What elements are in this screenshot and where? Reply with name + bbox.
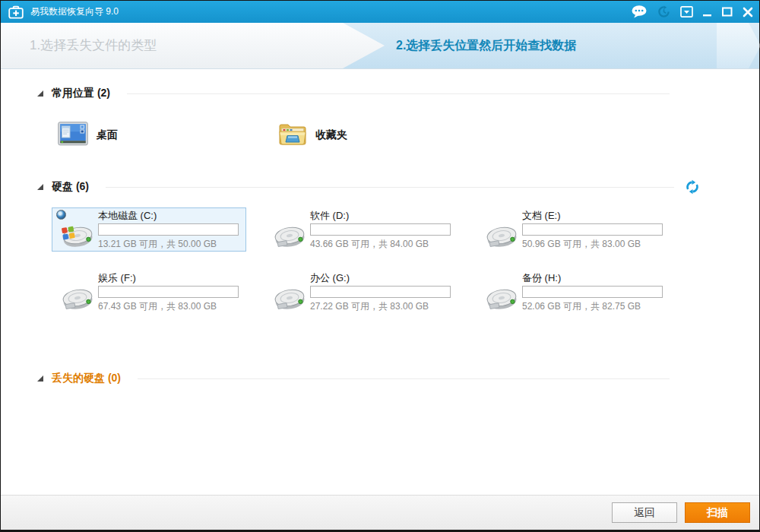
- desktop-icon: [58, 122, 88, 149]
- menu-dropdown-icon[interactable]: [680, 6, 693, 17]
- section-divider: [127, 93, 670, 94]
- desktop-item[interactable]: 桌面: [58, 122, 278, 149]
- collapse-triangle-icon[interactable]: [37, 90, 43, 97]
- step-2-label: 2.选择丢失位置然后开始查找数据: [396, 23, 576, 68]
- hard-disk-icon: [269, 272, 310, 313]
- feedback-icon[interactable]: [631, 5, 648, 19]
- scan-button[interactable]: 扫描: [685, 502, 750, 523]
- disk-info: 50.96 GB 可用，共 83.00 GB: [522, 238, 663, 251]
- disk-grid-row: 娱乐 (F:) 67.43 GB 可用，共 83.00 GB: [1, 270, 759, 314]
- main-content: 常用位置 (2): [1, 69, 759, 495]
- hard-disk-icon: [57, 272, 98, 313]
- disk-info: 27.22 GB 可用，共 83.00 GB: [310, 300, 451, 313]
- maximize-icon[interactable]: [722, 7, 733, 17]
- app-logo-icon: [8, 5, 24, 19]
- wizard-step-bar: 1.选择丢失文件的类型 2.选择丢失位置然后开始查找数据: [1, 23, 759, 69]
- disk-usage-bar: [98, 286, 239, 298]
- disk-name: 备份 (H:): [522, 272, 663, 284]
- disk-tile-f[interactable]: 娱乐 (F:) 67.43 GB 可用，共 83.00 GB: [52, 270, 246, 314]
- disk-usage-bar: [98, 223, 239, 236]
- disk-usage-bar: [310, 286, 451, 298]
- disk-tile-g[interactable]: 办公 (G:) 27.22 GB 可用，共 83.00 GB: [264, 270, 458, 314]
- disk-tile-c[interactable]: 本地磁盘 (C:) 13.21 GB 可用，共 50.00 GB: [52, 207, 246, 252]
- back-button[interactable]: 返回: [612, 502, 677, 523]
- hard-disk-icon: [481, 272, 522, 313]
- history-icon[interactable]: [657, 5, 670, 18]
- collapse-triangle-icon[interactable]: [37, 375, 43, 382]
- desktop-label: 桌面: [97, 128, 118, 142]
- refresh-icon[interactable]: [685, 179, 700, 195]
- section-common-locations: 常用位置 (2): [37, 87, 670, 100]
- minimize-icon[interactable]: [703, 7, 712, 17]
- disk-name: 娱乐 (F:): [98, 272, 239, 284]
- app-window: 易我数据恢复向导 9.0: [0, 0, 760, 532]
- disk-info: 43.66 GB 可用，共 84.00 GB: [310, 238, 451, 251]
- collapse-triangle-icon[interactable]: [37, 184, 43, 190]
- section-lost-disks: 丢失的硬盘 (0): [37, 372, 670, 385]
- step-1-label[interactable]: 1.选择丢失文件的类型: [30, 23, 157, 68]
- hard-disk-icon: [269, 210, 310, 251]
- favorites-item[interactable]: 收藏夹: [278, 122, 347, 149]
- section-title: 丢失的硬盘 (0): [52, 372, 121, 385]
- section-title: 硬盘 (6): [52, 180, 89, 194]
- next-step-chevron: [717, 23, 760, 68]
- section-hard-disks: 硬盘 (6): [37, 179, 700, 195]
- disk-name: 文档 (E:): [522, 210, 663, 222]
- radio-selected-icon: [56, 210, 66, 220]
- title-bar: 易我数据恢复向导 9.0: [1, 1, 759, 23]
- disk-info: 52.06 GB 可用，共 82.75 GB: [522, 300, 663, 313]
- disk-tile-d[interactable]: 软件 (D:) 43.66 GB 可用，共 84.00 GB: [264, 207, 458, 252]
- disk-name: 软件 (D:): [310, 210, 451, 222]
- footer-bar: 返回 扫描: [1, 495, 759, 530]
- window-title: 易我数据恢复向导 9.0: [30, 5, 631, 18]
- section-divider: [106, 187, 674, 188]
- disk-usage-bar: [522, 286, 663, 298]
- disk-info: 67.43 GB 可用，共 83.00 GB: [98, 300, 239, 313]
- disk-info: 13.21 GB 可用，共 50.00 GB: [98, 238, 239, 251]
- disk-grid-row: 本地磁盘 (C:) 13.21 GB 可用，共 50.00 GB: [1, 207, 759, 252]
- common-locations-row: 桌面 收藏夹: [1, 122, 759, 149]
- section-divider: [138, 378, 670, 379]
- hard-disk-icon: [481, 210, 522, 251]
- close-icon[interactable]: [743, 7, 753, 17]
- favorites-folder-icon: [278, 122, 307, 149]
- disk-tile-h[interactable]: 备份 (H:) 52.06 GB 可用，共 82.75 GB: [476, 270, 670, 314]
- disk-usage-bar: [522, 223, 663, 236]
- disk-name: 本地磁盘 (C:): [98, 210, 239, 222]
- favorites-label: 收藏夹: [315, 128, 347, 142]
- disk-usage-bar: [310, 223, 451, 236]
- section-title: 常用位置 (2): [52, 87, 110, 100]
- disk-name: 办公 (G:): [310, 272, 451, 284]
- disk-tile-e[interactable]: 文档 (E:) 50.96 GB 可用，共 83.00 GB: [476, 207, 670, 252]
